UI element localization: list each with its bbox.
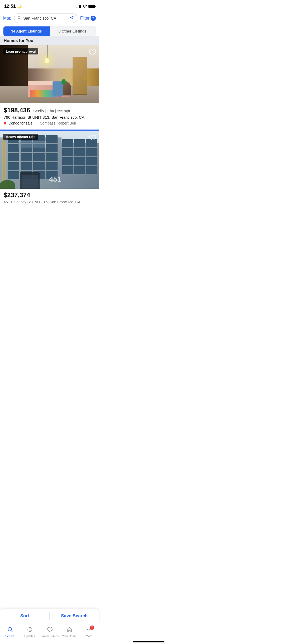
listing-address-2: 451 Delancey St UNIT 316, San Francisco,… [4, 200, 95, 204]
listing-info-1: $198,436 Studio | 1 ba | 255 sqft 766 Ha… [0, 103, 99, 129]
agent-listings-tab[interactable]: 34 Agent Listings [3, 26, 50, 36]
listing-badge-2: Below market rate [3, 134, 38, 140]
listing-price-1: $198,436 [4, 107, 30, 114]
listing-image-1: Loan pre-approval [0, 45, 99, 103]
building-number: 451 [49, 175, 62, 183]
listing-image-2: 451 Below market rate [0, 131, 99, 189]
search-icon [17, 16, 21, 20]
section-header: Homes for You [0, 36, 99, 45]
svg-line-1 [20, 19, 21, 20]
map-button[interactable]: Map [3, 16, 11, 21]
listing-type-row-1: Condo for sale | Compass, Robert Belli [4, 121, 95, 125]
listing-details-1: Studio | 1 ba | 255 sqft [33, 109, 70, 113]
filter-label: Filter [80, 16, 89, 21]
status-time: 12:51 [4, 4, 16, 9]
filter-button[interactable]: Filter 2 [80, 16, 96, 21]
search-bar[interactable]: San Francisco, CA [14, 13, 77, 23]
listing-type-1: Condo for sale [8, 121, 32, 125]
listing-price-2: $237,374 [4, 191, 30, 199]
listing-address-1: 766 Harrison St UNIT 313, San Francisco,… [4, 115, 95, 119]
signal-bars [76, 5, 81, 8]
status-bar: 12:51 🌙 [0, 0, 99, 11]
moon-icon: 🌙 [17, 4, 22, 8]
favorite-button-2[interactable] [88, 134, 96, 142]
search-text[interactable]: San Francisco, CA [23, 16, 68, 20]
active-indicator-1 [4, 122, 6, 125]
wifi-icon [83, 4, 87, 8]
battery-icon [88, 5, 95, 8]
listing-badge-1: Loan pre-approval [3, 48, 38, 54]
listing-card-2[interactable]: 451 Below market rate $237,374 451 Delan… [0, 131, 99, 207]
agent-name-1: Compass, Robert Belli [40, 121, 77, 125]
location-icon[interactable] [70, 16, 74, 21]
favorite-button-1[interactable] [88, 48, 96, 57]
status-icons [76, 4, 95, 8]
other-listings-tab[interactable]: 0 Other Listings [50, 26, 96, 36]
listing-tabs: 34 Agent Listings 0 Other Listings [3, 26, 96, 36]
listing-card-1[interactable]: Loan pre-approval $198,436 Studio | 1 ba… [0, 45, 99, 129]
filter-count-badge: 2 [91, 16, 96, 21]
listing-info-2-partial: $237,374 451 Delancey St UNIT 316, San F… [0, 189, 99, 207]
header-nav: Map San Francisco, CA Filter 2 [0, 11, 99, 25]
